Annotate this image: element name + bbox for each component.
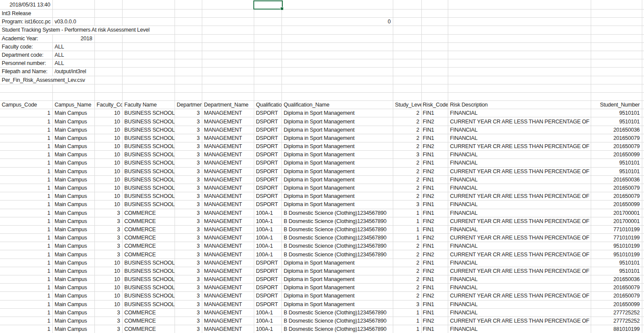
cell[interactable]: 10	[95, 267, 123, 275]
cell[interactable]: 201650036	[591, 176, 642, 184]
cell[interactable]	[123, 18, 175, 26]
cell[interactable]	[422, 68, 448, 76]
cell[interactable]	[591, 10, 642, 18]
cell[interactable]: B Dosmestic Science (Clothing)1234567890	[282, 317, 393, 325]
cell[interactable]: FINANCIAL	[448, 109, 591, 117]
cell[interactable]	[95, 59, 123, 68]
cell[interactable]: 201650036	[591, 126, 642, 134]
cell[interactable]	[422, 10, 448, 18]
cell[interactable]: 1	[0, 250, 53, 259]
cell[interactable]	[642, 109, 644, 117]
cell[interactable]	[591, 84, 642, 93]
cell[interactable]: 2	[393, 259, 422, 267]
cell[interactable]	[422, 59, 448, 68]
cell[interactable]	[448, 43, 591, 51]
cell[interactable]: 1	[0, 226, 53, 234]
cell[interactable]	[642, 93, 644, 101]
cell[interactable]: Main Campus	[53, 317, 95, 325]
cell[interactable]: DSPORT	[254, 200, 282, 209]
cell[interactable]	[642, 134, 644, 142]
cell[interactable]: 3	[175, 317, 202, 325]
cell[interactable]: Main Campus	[53, 267, 95, 275]
cell[interactable]: DSPORT	[254, 134, 282, 142]
cell[interactable]	[422, 93, 448, 101]
cell[interactable]: 201650036	[591, 275, 642, 284]
cell[interactable]: BUSINESS SCHOOL	[123, 259, 175, 267]
cell[interactable]	[448, 76, 591, 84]
cell[interactable]: 1	[393, 209, 422, 217]
cell[interactable]: DSPORT	[254, 275, 282, 284]
cell[interactable]: ALL	[53, 59, 95, 68]
cell[interactable]: MANAGEMENT	[202, 226, 254, 234]
cell[interactable]: 1	[0, 242, 53, 250]
cell[interactable]: 10	[95, 109, 123, 117]
cell[interactable]: 3	[175, 226, 202, 234]
cell[interactable]: 3	[175, 217, 202, 226]
cell[interactable]	[642, 325, 644, 333]
cell[interactable]: 2	[393, 267, 422, 275]
cell[interactable]: FIN1	[422, 184, 448, 192]
cell[interactable]: 10	[95, 259, 123, 267]
cell[interactable]: 10	[95, 200, 123, 209]
cell[interactable]	[393, 0, 422, 10]
cell[interactable]: 3	[95, 309, 123, 317]
cell[interactable]	[448, 59, 591, 68]
cell[interactable]: 1	[0, 259, 53, 267]
cell[interactable]: CURRENT YEAR CR ARE LESS THAN PERCENTAGE…	[448, 234, 591, 242]
cell[interactable]: 2	[393, 117, 422, 126]
cell[interactable]: FINANCIAL	[448, 325, 591, 333]
cell[interactable]	[591, 43, 642, 51]
cell[interactable]	[393, 68, 422, 76]
fill-handle[interactable]	[280, 7, 284, 10]
cell[interactable]: B Dosmestic Science (Clothing)1234567890	[282, 250, 393, 259]
cell[interactable]: 3	[95, 217, 123, 226]
cell[interactable]	[642, 117, 644, 126]
cell[interactable]: COMMERCE	[123, 325, 175, 333]
cell[interactable]	[393, 93, 422, 101]
cell[interactable]	[642, 26, 644, 34]
cell[interactable]: 3	[175, 284, 202, 292]
cell[interactable]	[53, 93, 95, 101]
cell[interactable]: FIN2	[422, 168, 448, 176]
column-header-risk-description[interactable]: Risk Description	[448, 101, 591, 109]
cell[interactable]: 201650099	[591, 200, 642, 209]
cell[interactable]: 100A-1	[254, 234, 282, 242]
cell[interactable]	[591, 93, 642, 101]
cell[interactable]: FIN2	[422, 292, 448, 300]
cell[interactable]: 3	[95, 325, 123, 333]
cell[interactable]: DSPORT	[254, 126, 282, 134]
column-header-qualification-code[interactable]: Qualification_Code	[254, 101, 282, 109]
cell[interactable]: 100A-1	[254, 309, 282, 317]
cell[interactable]: ALL	[53, 51, 95, 59]
cell[interactable]: 3	[393, 301, 422, 309]
cell[interactable]	[642, 242, 644, 250]
cell[interactable]	[448, 51, 591, 59]
cell[interactable]: MANAGEMENT	[202, 284, 254, 292]
cell[interactable]	[95, 35, 123, 43]
cell[interactable]: 201700001	[591, 209, 642, 217]
cell[interactable]	[422, 18, 448, 26]
cell[interactable]: B Dosmestic Science (Clothing)1234567890	[282, 234, 393, 242]
cell[interactable]: 3	[393, 151, 422, 159]
cell[interactable]: FIN2	[422, 117, 448, 126]
cell[interactable]: Main Campus	[53, 134, 95, 142]
cell[interactable]: 100A-1	[254, 226, 282, 234]
cell[interactable]	[393, 51, 422, 59]
cell[interactable]: DSPORT	[254, 142, 282, 151]
cell[interactable]: FIN2	[422, 142, 448, 151]
cell[interactable]: 9510101	[591, 117, 642, 126]
cell[interactable]: 201650079	[591, 284, 642, 292]
cell[interactable]: COMMERCE	[123, 226, 175, 234]
cell[interactable]: 100A-1	[254, 317, 282, 325]
cell[interactable]	[95, 51, 123, 59]
cell[interactable]: 3	[175, 309, 202, 317]
column-header-campus-code[interactable]: Campus_Code	[0, 101, 53, 109]
cell[interactable]: DSPORT	[254, 192, 282, 200]
cell[interactable]: 2	[393, 275, 422, 284]
cell[interactable]	[282, 68, 393, 76]
cell[interactable]: Diploma in Sport Management	[282, 292, 393, 300]
cell[interactable]: Main Campus	[53, 284, 95, 292]
cell[interactable]	[642, 176, 644, 184]
cell[interactable]: 2	[393, 250, 422, 259]
cell[interactable]	[202, 0, 254, 10]
